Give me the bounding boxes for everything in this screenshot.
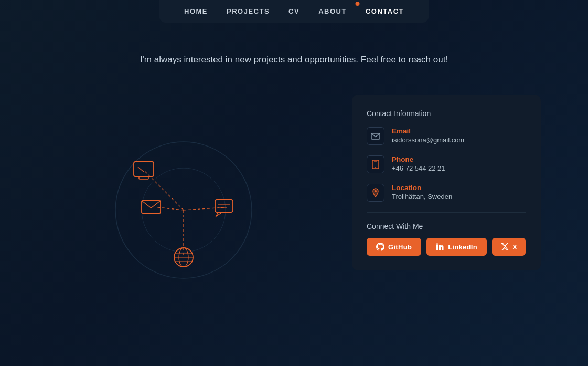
svg-line-4 [157, 207, 184, 210]
svg-line-8 [138, 167, 144, 172]
email-label: Email [392, 127, 464, 135]
nav-cv[interactable]: CV [288, 7, 300, 15]
social-buttons: GitHub LinkedIn X [367, 238, 526, 256]
email-icon [367, 127, 384, 145]
hero-text: I'm always interested in new projects an… [140, 55, 448, 65]
location-value: Trollhättan, Sweden [392, 193, 452, 201]
divider [367, 212, 526, 213]
phone-text: Phone +46 72 544 22 21 [392, 155, 445, 172]
svg-line-3 [184, 207, 226, 210]
contact-graphic [52, 95, 315, 315]
email-value: isidorssona@gmail.com [392, 136, 464, 144]
nav-about[interactable]: ABOUT [318, 7, 347, 15]
nav-bar: HOME PROJECTS CV ABOUT CONTACT [159, 0, 429, 23]
contact-info-title: Contact Information [367, 109, 526, 118]
nav-projects[interactable]: PROJECTS [227, 7, 270, 15]
phone-value: +46 72 544 22 21 [392, 164, 445, 172]
phone-icon [367, 155, 384, 173]
svg-point-23 [436, 243, 438, 245]
svg-rect-22 [436, 245, 438, 250]
location-text: Location Trollhättan, Sweden [392, 184, 452, 201]
location-icon [367, 184, 384, 202]
linkedin-button[interactable]: LinkedIn [426, 238, 487, 256]
svg-rect-9 [215, 200, 233, 212]
svg-rect-6 [134, 162, 154, 176]
location-label: Location [392, 184, 452, 192]
linkedin-label: LinkedIn [448, 243, 477, 251]
nav-home[interactable]: HOME [184, 7, 208, 15]
email-item: Email isidorssona@gmail.com [367, 127, 526, 145]
contact-card: Contact Information Email isidorssona@gm… [352, 95, 541, 270]
x-label: X [512, 243, 517, 251]
svg-rect-7 [139, 176, 148, 179]
connect-title: Connect With Me [367, 222, 526, 231]
location-item: Location Trollhättan, Sweden [367, 184, 526, 202]
svg-point-19 [375, 167, 376, 168]
email-text: Email isidorssona@gmail.com [392, 127, 464, 144]
phone-item: Phone +46 72 544 22 21 [367, 155, 526, 173]
nav-contact[interactable]: CONTACT [366, 7, 404, 15]
github-label: GitHub [388, 243, 412, 251]
nav-dot [356, 2, 360, 6]
x-button[interactable]: X [492, 238, 526, 256]
svg-point-21 [375, 190, 377, 192]
phone-label: Phone [392, 155, 445, 163]
github-button[interactable]: GitHub [367, 238, 421, 256]
